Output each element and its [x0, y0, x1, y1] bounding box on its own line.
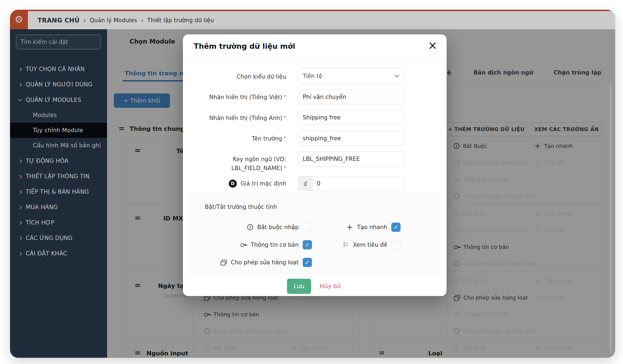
chevron-down-icon [395, 73, 399, 77]
field-name-label: Tên trường [196, 134, 286, 143]
toggle-label: Tạo nhanh [357, 224, 387, 230]
field-attributes-box: Bật/Tắt trường thuộc tính Bắt buộc nhập … [190, 193, 440, 274]
save-button[interactable]: Lưu [287, 279, 311, 294]
default-value-icon [229, 180, 237, 188]
field-attributes-title: Bật/Tắt trường thuộc tính [205, 204, 277, 210]
attribute-toggle: Bắt buộc nhập [247, 223, 312, 232]
checkbox[interactable] [391, 223, 401, 232]
cancel-button[interactable]: Hủy bỏ [318, 282, 343, 290]
attribute-toggle: Tạo nhanh [347, 223, 401, 232]
required-asterisk [284, 135, 286, 141]
label-en-field-wrap [298, 110, 404, 125]
lang-key-input[interactable] [298, 151, 404, 166]
toggle-label: Bắt buộc nhập [257, 224, 299, 230]
required-asterisk [284, 165, 286, 171]
checkbox[interactable] [303, 223, 312, 232]
attribute-toggle: Thông tin cơ bản [240, 240, 312, 249]
required-asterisk [284, 94, 286, 100]
field-name-input[interactable] [298, 131, 404, 146]
field-name-field-wrap [298, 131, 404, 146]
toggle-label: Cho phép sửa hàng loạt [231, 259, 299, 266]
modal-divider [183, 57, 447, 57]
key-icon [240, 242, 247, 248]
label-vi-field-wrap [298, 89, 404, 104]
lang-key-label: Key ngôn ngữ (VD: LBL_FIELD_NAME) [196, 155, 286, 173]
lang-key-field-wrap [298, 151, 404, 166]
default-value-group: ₫ [298, 176, 404, 191]
attribute-toggle: Xem tiêu đề [342, 240, 401, 249]
add-field-modal: Thêm trường dữ liệu mới Chọn kiểu dữ liệ… [183, 34, 447, 296]
toggle-label: Xem tiêu đề [353, 242, 387, 248]
checkbox[interactable] [391, 240, 401, 249]
modal-title: Thêm trường dữ liệu mới [194, 42, 295, 50]
label-vi-input[interactable] [298, 89, 404, 104]
data-type-value: Tiền tệ [303, 73, 322, 79]
label-vi-label: Nhãn hiển thị (Tiếng Việt) [196, 93, 286, 102]
toggle-label: Thông tin cơ bản [251, 242, 299, 248]
data-type-select[interactable]: Tiền tệ [298, 69, 404, 83]
plus-icon [347, 224, 353, 230]
default-value-input[interactable] [312, 176, 404, 191]
currency-symbol: ₫ [298, 176, 312, 191]
bulk-edit-icon [220, 259, 227, 266]
checkbox[interactable] [303, 258, 312, 267]
data-type-label: Chọn kiểu dữ liệu [196, 72, 286, 81]
modal-footer: Lưu Hủy bỏ [183, 276, 447, 296]
close-icon[interactable] [428, 40, 437, 51]
checkbox[interactable] [303, 240, 312, 249]
default-value-label: Giá trị mặc định [196, 179, 286, 188]
required-asterisk [284, 115, 286, 121]
attribute-toggle: Cho phép sửa hàng loạt [220, 258, 312, 267]
label-en-label: Nhãn hiển thị (Tiếng Anh) [196, 114, 286, 123]
label-en-input[interactable] [298, 110, 404, 125]
flag-icon [342, 242, 349, 248]
required-icon [247, 224, 253, 230]
